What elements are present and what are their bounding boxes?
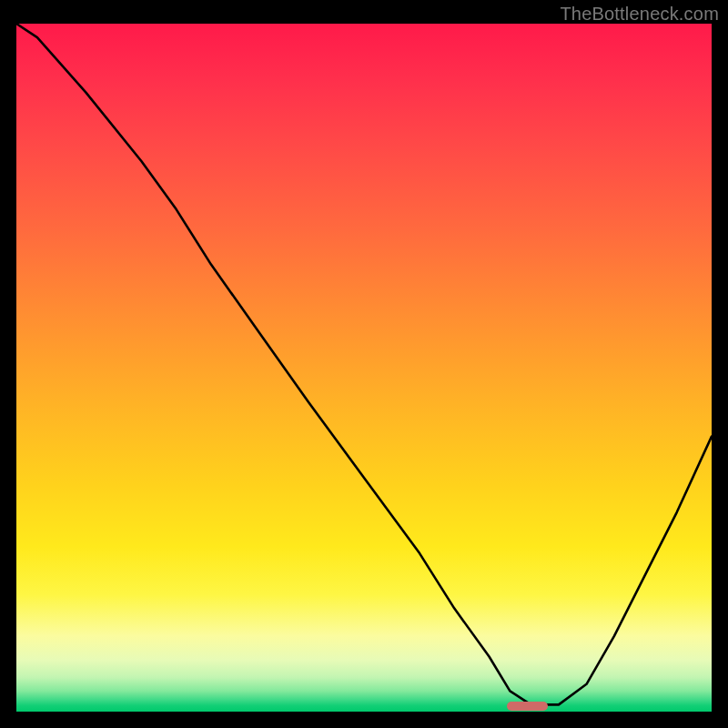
watermark-text: TheBottleneck.com	[560, 4, 719, 25]
chart-frame: TheBottleneck.com	[0, 0, 728, 728]
optimal-range-marker	[507, 702, 547, 711]
plot-area	[16, 24, 712, 712]
bottleneck-curve	[16, 24, 712, 712]
